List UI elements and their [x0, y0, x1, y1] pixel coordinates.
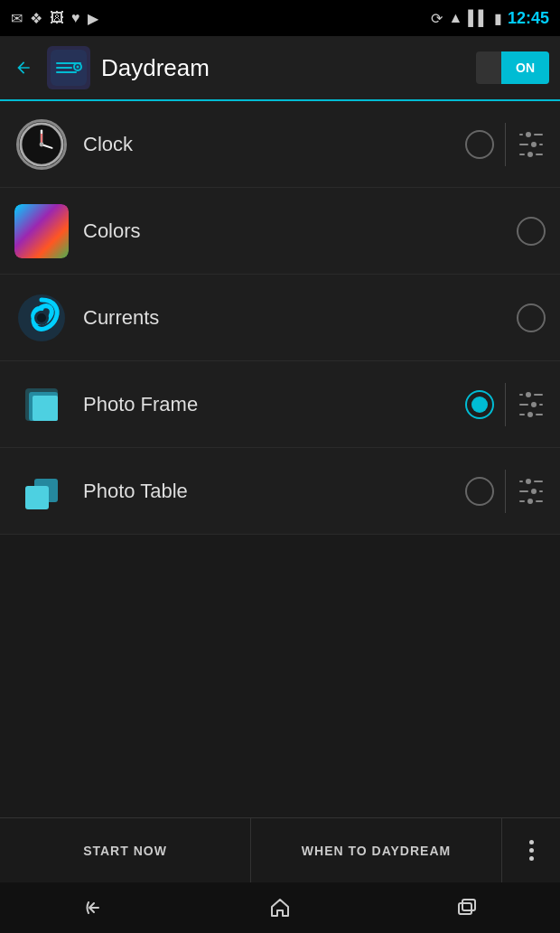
- svg-rect-19: [459, 903, 471, 914]
- navigation-bar: [0, 882, 560, 933]
- svg-rect-20: [462, 900, 475, 910]
- photo-frame-settings-icon[interactable]: [517, 390, 546, 419]
- svg-rect-16: [33, 396, 58, 421]
- image-icon: 🖼: [50, 10, 64, 26]
- back-nav-button[interactable]: [66, 890, 120, 926]
- bottom-action-bar: START NOW WHEN TO DAYDREAM: [0, 817, 560, 882]
- clock-divider: [505, 123, 506, 166]
- status-icons-left: ✉ ❖ 🖼 ♥ ▶: [11, 10, 98, 27]
- photo-frame-icon: [14, 378, 69, 432]
- signal-icon: ▌▌: [468, 10, 489, 26]
- list-item-currents[interactable]: Currents: [0, 275, 560, 361]
- svg-rect-3: [56, 71, 77, 73]
- clock-icon: [14, 117, 69, 172]
- currents-radio[interactable]: [517, 303, 546, 332]
- photo-frame-label: Photo Frame: [83, 393, 465, 416]
- toggle-off-label: [476, 51, 501, 84]
- dropbox-icon: ❖: [30, 10, 42, 27]
- list-item-colors[interactable]: Colors: [0, 188, 560, 275]
- status-icons-right: ⟳ ▲ ▌▌ ▮ 12:45: [431, 9, 549, 28]
- toggle-on-label[interactable]: ON: [501, 51, 549, 84]
- colors-icon: [14, 204, 69, 258]
- more-dots-icon: [529, 840, 534, 861]
- photo-table-settings-icon[interactable]: [517, 477, 546, 506]
- list-item-photo-frame[interactable]: Photo Frame: [0, 361, 560, 448]
- photo-frame-radio[interactable]: [465, 390, 494, 419]
- start-now-button[interactable]: START NOW: [0, 818, 251, 882]
- photo-table-divider: [505, 470, 506, 513]
- svg-rect-2: [56, 67, 72, 69]
- battery-icon: ▮: [494, 10, 502, 27]
- home-nav-button[interactable]: [253, 890, 307, 926]
- clock-label: Clock: [83, 133, 465, 156]
- pulse-icon: ♥: [71, 10, 80, 26]
- play-icon: ▶: [88, 10, 98, 27]
- currents-icon: [14, 291, 69, 345]
- status-time: 12:45: [508, 9, 549, 28]
- photo-table-icon: [14, 464, 69, 518]
- gmail-icon: ✉: [11, 10, 23, 27]
- daydream-list: Clock Colors Currents: [0, 101, 560, 535]
- page-title: Daydream: [101, 54, 465, 82]
- svg-rect-18: [25, 486, 49, 509]
- more-options-button[interactable]: [502, 818, 560, 882]
- toggle-switch[interactable]: ON: [476, 51, 549, 84]
- rotate-icon: ⟳: [431, 10, 443, 27]
- photo-frame-divider: [505, 383, 506, 426]
- list-item-photo-table[interactable]: Photo Table: [0, 448, 560, 535]
- colors-label: Colors: [83, 219, 517, 243]
- wifi-icon: ▲: [448, 10, 462, 26]
- currents-label: Currents: [83, 306, 517, 330]
- when-to-daydream-button[interactable]: WHEN TO DAYDREAM: [251, 818, 502, 882]
- back-button[interactable]: [11, 55, 36, 80]
- header: Daydream ON: [0, 36, 560, 101]
- clock-radio[interactable]: [465, 130, 494, 159]
- recents-nav-button[interactable]: [440, 890, 494, 926]
- photo-table-label: Photo Table: [83, 480, 465, 503]
- svg-point-10: [40, 142, 44, 146]
- daydream-app-icon: [47, 46, 90, 89]
- svg-point-13: [37, 313, 46, 322]
- list-item-clock[interactable]: Clock: [0, 101, 560, 188]
- svg-point-5: [77, 66, 79, 69]
- status-bar: ✉ ❖ 🖼 ♥ ▶ ⟳ ▲ ▌▌ ▮ 12:45: [0, 0, 560, 36]
- clock-settings-icon[interactable]: [517, 130, 546, 159]
- photo-table-radio[interactable]: [465, 477, 494, 506]
- colors-radio[interactable]: [517, 217, 546, 246]
